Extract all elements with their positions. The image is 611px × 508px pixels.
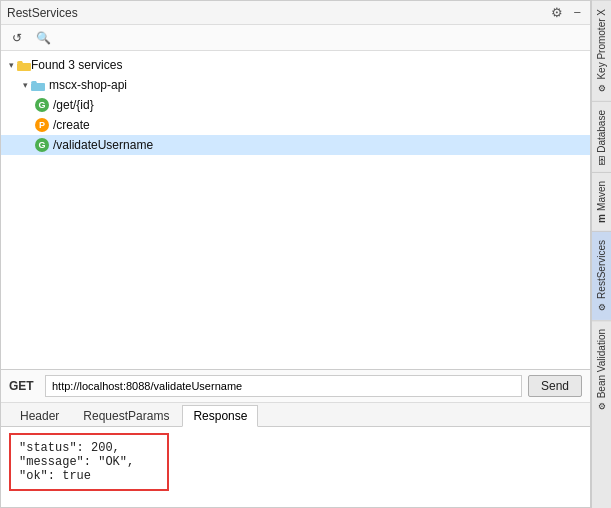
- endpoint-path: /validateUsername: [53, 138, 153, 152]
- right-sidebar: ⚙ Key Promoter X 🗄 Database m Maven ⚙ Re…: [591, 0, 611, 508]
- get-badge: G: [35, 138, 49, 152]
- window-title: RestServices: [7, 6, 78, 20]
- tree-endpoint-validate[interactable]: G /validateUsername: [1, 135, 590, 155]
- response-area: "status": 200, "message": "OK", "ok": tr…: [1, 427, 590, 507]
- settings-button[interactable]: ⚙: [548, 5, 566, 20]
- chevron-icon: ▾: [19, 80, 31, 90]
- svg-rect-0: [17, 63, 31, 71]
- database-icon: 🗄: [597, 155, 607, 164]
- main-panel: RestServices ⚙ − ↺ 🔍 ▾ Found 3 services: [0, 0, 591, 508]
- rest-services-icon: ⚙: [597, 302, 607, 312]
- tab-response[interactable]: Response: [182, 405, 258, 427]
- http-method: GET: [9, 379, 39, 393]
- root-label: Found 3 services: [31, 58, 122, 72]
- sidebar-tab-rest-services[interactable]: ⚙ RestServices: [592, 231, 611, 320]
- endpoint-path: /get/{id}: [53, 98, 94, 112]
- endpoint-path: /create: [53, 118, 90, 132]
- response-box: "status": 200, "message": "OK", "ok": tr…: [9, 433, 169, 491]
- title-bar: RestServices ⚙ −: [1, 1, 590, 25]
- get-badge: G: [35, 98, 49, 112]
- tab-header[interactable]: Header: [9, 405, 70, 426]
- service-label: mscx-shop-api: [49, 78, 127, 92]
- tree-service-item[interactable]: ▾ mscx-shop-api: [1, 75, 590, 95]
- sidebar-tab-bean-validation[interactable]: ⚙ Bean Validation: [592, 320, 611, 419]
- response-line-1: "status": 200,: [19, 441, 159, 455]
- title-bar-actions: ⚙ −: [548, 5, 584, 20]
- tree-area: ▾ Found 3 services ▾ mscx-shop-api G: [1, 51, 590, 369]
- maven-icon: m: [596, 214, 607, 223]
- url-input[interactable]: [45, 375, 522, 397]
- bean-validation-icon: ⚙: [597, 402, 607, 412]
- tree-root: ▾ Found 3 services ▾ mscx-shop-api G: [1, 55, 590, 155]
- svg-rect-1: [31, 83, 45, 91]
- post-badge: P: [35, 118, 49, 132]
- tree-endpoint-get-id[interactable]: G /get/{id}: [1, 95, 590, 115]
- search-button[interactable]: 🔍: [31, 28, 56, 48]
- request-area: GET Send Header RequestParams Response "…: [1, 369, 590, 507]
- key-promoter-icon: ⚙: [597, 83, 607, 93]
- sidebar-tab-key-promoter[interactable]: ⚙ Key Promoter X: [592, 0, 611, 101]
- tree-endpoint-create[interactable]: P /create: [1, 115, 590, 135]
- refresh-button[interactable]: ↺: [7, 28, 27, 48]
- request-bar: GET Send: [1, 370, 590, 403]
- chevron-icon: ▾: [5, 60, 17, 70]
- sidebar-tab-database[interactable]: 🗄 Database: [592, 101, 611, 173]
- sidebar-tab-maven[interactable]: m Maven: [592, 172, 611, 231]
- minimize-button[interactable]: −: [570, 5, 584, 20]
- folder-icon: [31, 80, 45, 91]
- tab-request-params[interactable]: RequestParams: [72, 405, 180, 426]
- send-button[interactable]: Send: [528, 375, 582, 397]
- toolbar: ↺ 🔍: [1, 25, 590, 51]
- response-line-2: "message": "OK",: [19, 455, 159, 469]
- response-line-3: "ok": true: [19, 469, 159, 483]
- tree-root-item[interactable]: ▾ Found 3 services: [1, 55, 590, 75]
- tabs-bar: Header RequestParams Response: [1, 403, 590, 427]
- folder-icon: [17, 60, 31, 71]
